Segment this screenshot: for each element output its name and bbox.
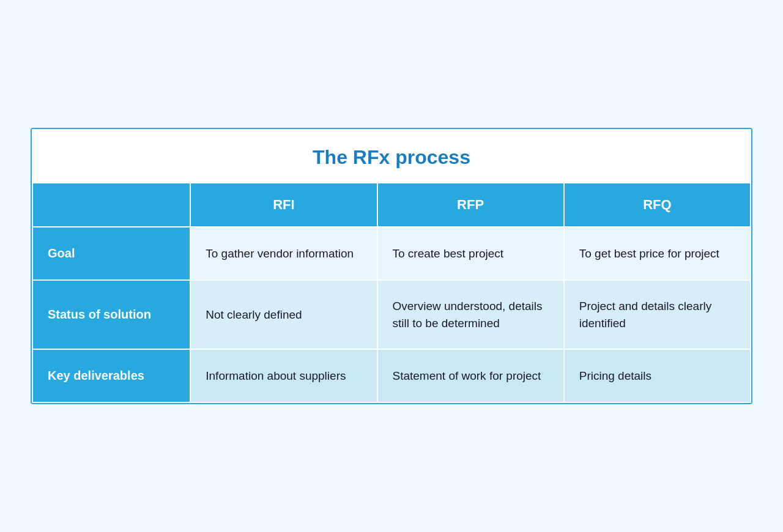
- status-rfp: Overview understood, details still to be…: [377, 280, 564, 349]
- table-header-row: RFI RFP RFQ: [32, 183, 751, 227]
- header-label-col: [32, 183, 190, 227]
- table-row-status: Status of solution Not clearly defined O…: [32, 280, 751, 349]
- page-title: The RFx process: [44, 146, 739, 169]
- goal-rfp: To create best project: [377, 227, 564, 280]
- status-rfi: Not clearly defined: [190, 280, 377, 349]
- status-label: Status of solution: [32, 280, 190, 349]
- deliverables-rfi: Information about suppliers: [190, 349, 377, 402]
- goal-label: Goal: [32, 227, 190, 280]
- title-section: The RFx process: [32, 129, 751, 182]
- rfx-table-container: The RFx process RFI RFP RFQ Goal To gath…: [31, 128, 752, 404]
- rfx-table: RFI RFP RFQ Goal To gather vendor inform…: [32, 182, 751, 403]
- deliverables-label: Key deliverables: [32, 349, 190, 402]
- deliverables-rfp: Statement of work for project: [377, 349, 564, 402]
- table-row-deliverables: Key deliverables Information about suppl…: [32, 349, 751, 402]
- table-row-goal: Goal To gather vendor information To cre…: [32, 227, 751, 280]
- header-rfi: RFI: [190, 183, 377, 227]
- header-rfq: RFQ: [564, 183, 751, 227]
- goal-rfi: To gather vendor information: [190, 227, 377, 280]
- header-rfp: RFP: [377, 183, 564, 227]
- status-rfq: Project and details clearly identified: [564, 280, 751, 349]
- deliverables-rfq: Pricing details: [564, 349, 751, 402]
- goal-rfq: To get best price for project: [564, 227, 751, 280]
